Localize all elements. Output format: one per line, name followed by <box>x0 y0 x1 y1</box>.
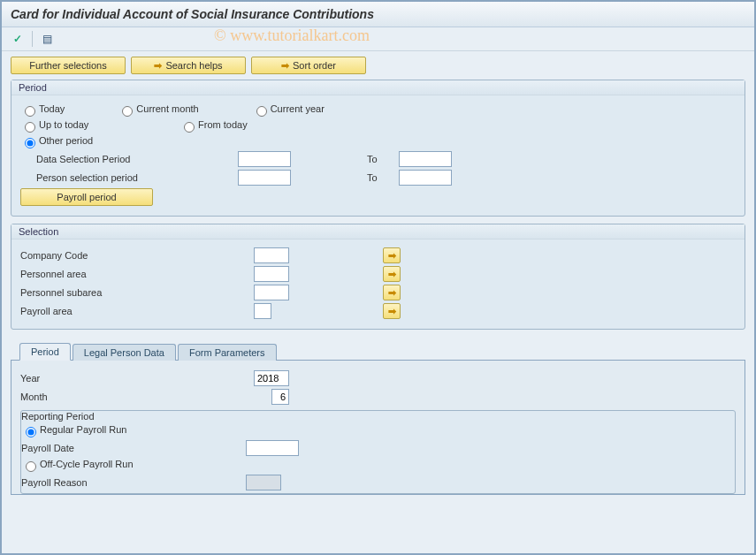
app-toolbar: ✓ ▤ <box>2 27 754 51</box>
tabstrip: Period Legal Person Data Form Parameters <box>11 342 745 361</box>
payroll-area-input[interactable] <box>254 303 271 319</box>
radio-regular-payroll[interactable]: Regular Payroll Run <box>21 424 126 437</box>
execute-icon[interactable]: ✓ <box>11 32 25 46</box>
arrow-right-icon: ➡ <box>281 60 289 72</box>
company-code-input[interactable] <box>254 247 289 263</box>
radio-off-cycle-payroll-input[interactable] <box>26 461 36 472</box>
company-code-multi-button[interactable]: ➡ <box>383 247 401 263</box>
person-selection-label: Person selection period <box>20 172 233 183</box>
payroll-reason-input <box>246 475 281 490</box>
payroll-area-label: Payroll area <box>20 306 248 316</box>
radio-from-today[interactable]: From today <box>179 119 248 133</box>
person-selection-to-input[interactable] <box>399 170 452 186</box>
further-selections-button[interactable]: Further selections <box>11 57 126 74</box>
titlebar: Card for Individual Account of Social In… <box>2 2 754 27</box>
period-group: Period Today Current month Current year … <box>11 80 745 217</box>
personnel-area-input[interactable] <box>254 266 289 282</box>
year-input[interactable] <box>254 370 289 386</box>
reporting-period-title: Reporting Period <box>21 411 735 422</box>
radio-current-year[interactable]: Current year <box>252 103 325 117</box>
sort-order-label: Sort order <box>293 60 336 71</box>
payroll-date-label: Payroll Date <box>21 443 241 453</box>
data-selection-from-input[interactable] <box>238 151 291 167</box>
button-row: Further selections ➡ Search helps ➡ Sort… <box>11 57 745 74</box>
person-selection-from-input[interactable] <box>238 170 291 186</box>
company-code-label: Company Code <box>20 250 248 261</box>
arrow-right-icon: ➡ <box>154 60 162 72</box>
personnel-area-multi-button[interactable]: ➡ <box>383 266 401 282</box>
toolbar-divider <box>32 31 33 47</box>
variant-icon[interactable]: ▤ <box>40 32 54 46</box>
radio-today-input[interactable] <box>25 106 35 117</box>
content-area: Further selections ➡ Search helps ➡ Sort… <box>2 51 754 500</box>
to-label-1: To <box>367 154 393 164</box>
to-label-2: To <box>367 172 393 183</box>
data-selection-to-input[interactable] <box>399 151 452 167</box>
tab-legal-person-data[interactable]: Legal Person Data <box>73 344 176 361</box>
personnel-subarea-input[interactable] <box>254 285 289 300</box>
page-title: Card for Individual Account of Social In… <box>11 7 745 21</box>
period-group-body: Today Current month Current year Up to t… <box>11 95 745 216</box>
payroll-period-label: Payroll period <box>57 192 116 202</box>
radio-current-year-input[interactable] <box>256 106 267 117</box>
further-selections-label: Further selections <box>29 60 106 71</box>
radio-regular-payroll-input[interactable] <box>26 427 36 437</box>
sort-order-button[interactable]: ➡ Sort order <box>251 57 366 74</box>
radio-current-month-input[interactable] <box>122 106 133 117</box>
selection-group-title: Selection <box>11 224 745 239</box>
tab-pane-period: Year Month Reporting Period Regular Payr… <box>11 361 745 495</box>
radio-up-to-today[interactable]: Up to today <box>20 119 126 133</box>
period-group-title: Period <box>11 80 745 95</box>
app-window: Card for Individual Account of Social In… <box>0 0 756 555</box>
data-selection-label: Data Selection Period <box>20 154 233 164</box>
payroll-period-button[interactable]: Payroll period <box>20 188 153 206</box>
search-helps-label: Search helps <box>165 60 222 71</box>
radio-other-period-input[interactable] <box>25 138 35 148</box>
reporting-period-group: Reporting Period Regular Payroll Run Pay… <box>20 410 736 494</box>
payroll-area-multi-button[interactable]: ➡ <box>383 303 401 319</box>
payroll-reason-label: Payroll Reason <box>21 477 241 488</box>
personnel-area-label: Personnel area <box>20 269 248 279</box>
tab-form-parameters[interactable]: Form Parameters <box>178 344 277 361</box>
selection-group: Selection Company Code ➡ Personnel area … <box>11 224 745 330</box>
radio-current-month[interactable]: Current month <box>118 103 198 117</box>
year-label: Year <box>20 373 248 384</box>
month-input[interactable] <box>271 389 289 405</box>
radio-from-today-input[interactable] <box>184 122 195 133</box>
search-helps-button[interactable]: ➡ Search helps <box>131 57 246 74</box>
reporting-period-body: Regular Payroll Run Payroll Date Off-Cyc… <box>21 424 735 490</box>
personnel-subarea-multi-button[interactable]: ➡ <box>383 285 401 300</box>
radio-other-period[interactable]: Other period <box>20 135 93 148</box>
selection-group-body: Company Code ➡ Personnel area ➡ Personne… <box>11 239 745 329</box>
tab-period[interactable]: Period <box>19 343 71 361</box>
payroll-date-input[interactable] <box>246 440 299 456</box>
month-label: Month <box>20 392 266 402</box>
radio-up-to-today-input[interactable] <box>25 122 35 133</box>
radio-off-cycle-payroll[interactable]: Off-Cycle Payroll Run <box>21 459 134 472</box>
radio-today[interactable]: Today <box>20 103 65 117</box>
personnel-subarea-label: Personnel subarea <box>20 287 248 298</box>
